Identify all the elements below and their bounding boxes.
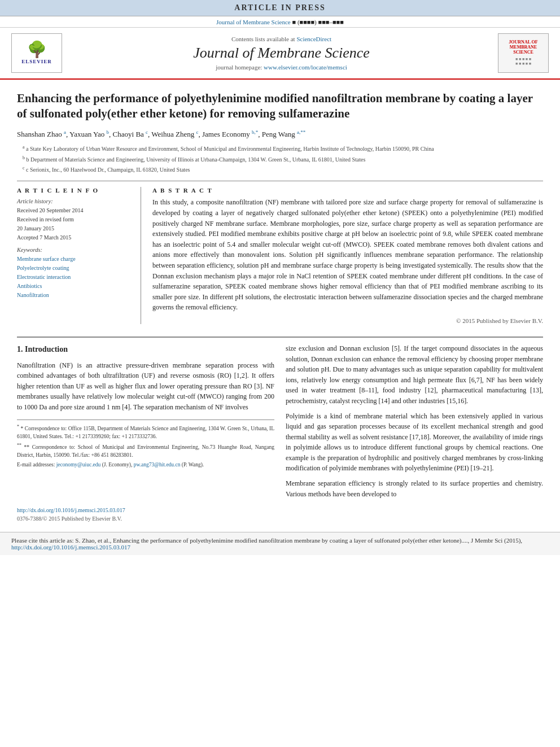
right-para2: Polyimide is a kind of membrane material… xyxy=(286,411,543,474)
body-col-right: size exclusion and Donnan exclusion [5].… xyxy=(286,343,543,504)
citation-doi-link[interactable]: http://dx.doi.org/10.1016/j.memsci.2015.… xyxy=(11,544,130,551)
header-section: 🌳 ELSEVIER Contents lists available at S… xyxy=(0,28,560,80)
article-dates: Received 20 September 2014 Received in r… xyxy=(17,206,132,242)
abstract-column: A B S T R A C T In this study, a composi… xyxy=(152,187,543,324)
body-divider xyxy=(17,337,543,338)
journal-homepage: journal homepage: www.elsevier.com/locat… xyxy=(71,64,492,71)
homepage-link[interactable]: www.elsevier.com/locate/memsci xyxy=(264,64,347,71)
body-col-left: 1. Introduction Nanofiltration (NF) is a… xyxy=(17,343,274,504)
right-para3: Membrane separation efficiency is strong… xyxy=(286,478,543,499)
footnote-emails: E-mail addresses: jeconomy@uiuc.edu (J. … xyxy=(17,461,274,469)
abstract-heading: A B S T R A C T xyxy=(152,187,543,194)
article-in-press-banner: ARTICLE IN PRESS xyxy=(0,0,560,16)
header-center: Contents lists available at ScienceDirec… xyxy=(71,36,492,71)
affiliations: a a State Key Laboratory of Urban Water … xyxy=(17,144,543,174)
journal-link-bar: Journal of Membrane Science ■ (■■■■) ■■■… xyxy=(0,16,560,28)
article-content: Enhancing the performance of polyethylen… xyxy=(0,80,560,330)
abstract-text: In this study, a composite nanofiltratio… xyxy=(152,197,543,313)
elsevier-tree-icon: 🌳 xyxy=(27,42,47,58)
copyright-line: © 2015 Published by Elsevier B.V. xyxy=(152,317,543,324)
elsevier-label: ELSEVIER xyxy=(21,59,52,64)
article-info-abstract: A R T I C L E I N F O Article history: R… xyxy=(17,187,543,324)
footnotes: * * Correspondence to: Office 115B, Depa… xyxy=(17,420,274,469)
issn-line: 0376-7388/© 2015 Published by Elsevier B… xyxy=(0,516,560,526)
body-two-col: 1. Introduction Nanofiltration (NF) is a… xyxy=(0,343,560,504)
email1-link[interactable]: jeconomy@uiuc.edu xyxy=(56,462,101,468)
contents-available: Contents lists available at ScienceDirec… xyxy=(71,36,492,42)
right-para1: size exclusion and Donnan exclusion [5].… xyxy=(286,343,543,407)
membrane-science-logo: journal ofMEMBRANESCIENCE ■ ■ ■ ■ ■■ ■ ■… xyxy=(498,33,549,73)
citation-bar: Please cite this article as: S. Zhao, et… xyxy=(0,532,560,555)
section-divider xyxy=(17,181,543,181)
journal-issue: ■ (■■■■) ■■■–■■■ xyxy=(292,19,343,25)
footnote-1: * * Correspondence to: Office 115B, Depa… xyxy=(17,423,274,441)
elsevier-logo: 🌳 ELSEVIER xyxy=(11,33,65,73)
keywords-list: Membrane surface charge Polyelectrolyte … xyxy=(17,255,132,300)
sciencedirect-link[interactable]: ScienceDirect xyxy=(296,36,331,42)
keywords-label: Keywords: xyxy=(17,247,132,253)
email2-link[interactable]: pw.ang73@hit.edu.cn xyxy=(134,462,181,468)
footnote-2: ** ** Correspondence to: School of Munic… xyxy=(17,442,274,460)
authors: Shanshan Zhao a, Yaxuan Yao b, Chaoyi Ba… xyxy=(17,129,543,140)
membrane-logo-title: journal ofMEMBRANESCIENCE xyxy=(509,40,537,55)
doi-link[interactable]: http://dx.doi.org/10.1016/j.memsci.2015.… xyxy=(17,507,125,513)
article-info-column: A R T I C L E I N F O Article history: R… xyxy=(17,187,141,324)
article-info-heading: A R T I C L E I N F O xyxy=(17,187,132,194)
journal-name-link[interactable]: Journal of Membrane Science xyxy=(216,19,291,25)
article-title: Enhancing the performance of polyethylen… xyxy=(17,91,543,122)
intro-heading: 1. Introduction xyxy=(17,343,274,356)
article-history-label: Article history: xyxy=(17,198,132,204)
journal-title: Journal of Membrane Science xyxy=(71,45,492,62)
intro-para1: Nanofiltration (NF) is an attractive pre… xyxy=(17,360,274,413)
doi-section: http://dx.doi.org/10.1016/j.memsci.2015.… xyxy=(0,504,560,516)
